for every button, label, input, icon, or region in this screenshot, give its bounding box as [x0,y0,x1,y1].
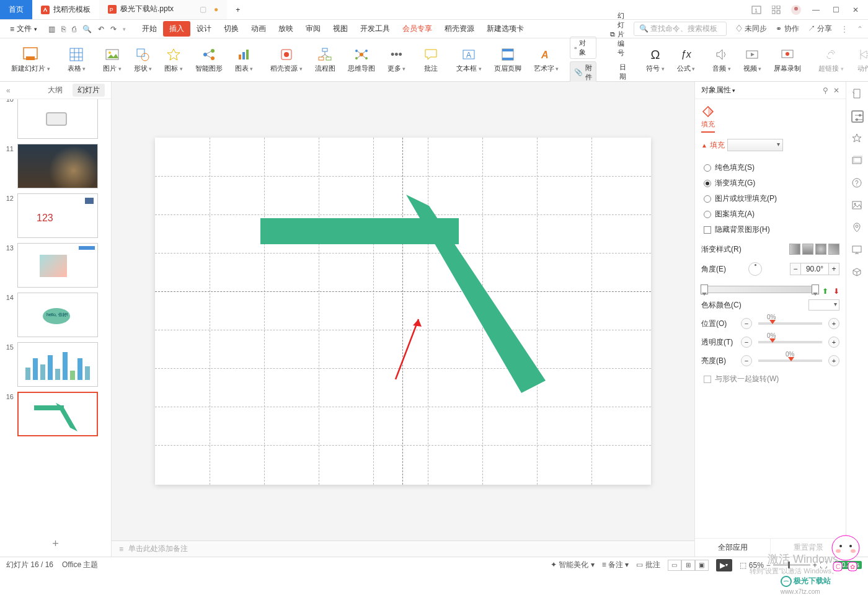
grad-linear-v[interactable] [802,244,813,255]
fill-tab-label[interactable]: 填充 [701,120,715,133]
tab-menu-icon[interactable]: ▢ [200,5,206,14]
tab-template[interactable]: 找稻壳模板 [32,0,99,19]
menu-tab-insert[interactable]: 插入 [163,21,190,37]
rib-comment[interactable]: 批注 [417,41,445,79]
grad-radial[interactable] [815,244,826,255]
rail-slide-icon[interactable] [851,155,864,167]
rib-shape[interactable]: 形状 [128,41,159,79]
remove-stop-icon[interactable]: ⬇ [833,287,839,296]
notes-toggle[interactable]: ≡ 备注 ▾ [602,560,629,570]
apps-icon[interactable] [770,4,782,16]
rib-hyperlink[interactable]: 超链接 [812,41,850,79]
brightness-increase[interactable]: + [828,355,839,366]
menu-tab-devtools[interactable]: 开发工具 [354,21,396,37]
redo-icon[interactable]: ↷ [110,25,117,33]
menu-tab-member[interactable]: 会员专享 [396,21,438,37]
collapse-ribbon-icon[interactable]: ⌃ [857,25,863,33]
minimize-button[interactable]: — [810,4,822,16]
grad-stop-2[interactable] [812,284,819,294]
grad-stop-1[interactable] [701,284,708,294]
menu-tab-custom[interactable]: 新建选项卡 [480,21,530,37]
rib-attach[interactable]: 📎 附件 [570,61,596,84]
thumb-13[interactable]: 13 [4,243,111,288]
grad-linear-h[interactable] [789,244,800,255]
rib-headerfooter[interactable]: 页眉页脚 [488,41,528,79]
rib-chart[interactable]: 图表 [229,41,260,79]
rib-newslide[interactable]: 新建幻灯片 [5,41,56,79]
thumbnail-list[interactable]: 10 11 12123 13 14hello, 你好! 15 16 [0,99,111,531]
rib-action[interactable]: 动作 [850,41,868,79]
view-reading[interactable]: ▣ [695,560,709,571]
more-icon[interactable]: ⋮ [841,25,848,33]
rib-audio[interactable]: 音频 [706,41,737,79]
angle-decrease[interactable]: − [790,263,801,275]
mascot-icon[interactable]: C ✿ [827,526,864,576]
rib-wordart[interactable]: A艺术字 [528,41,565,79]
slide[interactable] [155,138,651,485]
rib-slidenum[interactable]: ⧉ 幻灯片编号 [606,10,630,59]
angle-value[interactable]: 90.0° [801,263,828,275]
tab-document[interactable]: P 极光下载站.pptx ▢ ● [99,0,227,19]
menu-tab-review[interactable]: 审阅 [299,21,327,37]
fit-icon[interactable]: ⬚ [740,561,746,570]
menu-tab-view[interactable]: 视图 [327,21,354,37]
fill-preset-select[interactable] [727,139,783,151]
thumb-15[interactable]: 15 [4,342,111,387]
thumb-16[interactable]: 16 [4,392,111,436]
menu-tab-design[interactable]: 设计 [190,21,218,37]
rail-image-icon[interactable] [851,200,864,212]
rib-mindmap[interactable]: 思维导图 [342,41,381,79]
print-icon[interactable]: ⎙ [72,25,76,33]
beautify-button[interactable]: ✦ 智能美化 ▾ [551,560,595,570]
position-increase[interactable]: + [828,318,839,329]
rib-screenrec[interactable]: 屏幕录制 [768,41,807,79]
view-sorter[interactable]: ⊞ [681,560,695,571]
rib-image[interactable]: 图片 [97,41,128,79]
radio-pattern[interactable]: 图案填充(A) [701,209,839,219]
save-as-icon[interactable]: ⎘ [61,25,66,33]
rail-properties-icon[interactable] [851,110,864,123]
rail-help-icon[interactable]: ? [851,177,864,190]
avatar-icon[interactable] [790,4,802,16]
thumb-14[interactable]: 14hello, 你好! [4,293,111,337]
rib-flow[interactable]: 流程图 [309,41,342,79]
layout-icon[interactable]: 1 [750,4,763,16]
pin-icon[interactable]: ⚲ [823,86,828,95]
transparency-slider[interactable]: 0% [758,341,822,343]
checkbox-rotate[interactable]: 与形状一起旋转(W) [701,374,839,384]
transparency-increase[interactable]: + [828,337,839,348]
menu-tab-start[interactable]: 开始 [136,21,163,37]
view-normal[interactable]: ▭ [668,560,681,571]
rib-icon[interactable]: 图标 [158,41,189,79]
rib-object[interactable]: ▫ 对象 [570,37,596,59]
menu-tab-animation[interactable]: 动画 [245,21,272,37]
rib-video[interactable]: 视频 [737,41,768,79]
radio-picture[interactable]: 图片或纹理填充(P) [701,193,839,204]
position-slider[interactable]: 0% [758,322,822,325]
thumb-12[interactable]: 12123 [4,193,111,238]
undo-icon[interactable]: ↶ [98,25,104,33]
menu-tab-transition[interactable]: 切换 [218,21,245,37]
file-menu[interactable]: ≡ 文件 ▾ [5,24,42,34]
slideshow-button[interactable]: ▶ ▾ [716,559,732,571]
add-slide-button[interactable]: + [0,531,111,557]
collapse-panel-icon[interactable]: « [6,86,11,95]
rib-table[interactable]: 表格 [61,41,92,79]
stopcolor-swatch[interactable] [808,299,839,311]
angle-dial[interactable] [748,262,762,276]
close-button[interactable]: ✕ [849,4,862,16]
maximize-button[interactable]: ☐ [830,4,842,16]
fill-tab-icon[interactable] [701,105,715,120]
brightness-decrease[interactable]: − [741,355,752,366]
rail-template-icon[interactable] [851,88,864,100]
rib-smartart[interactable]: 智能图形 [189,41,229,79]
preview-icon[interactable]: 🔍 [82,25,92,33]
sync-status[interactable]: ♢ 未同步 [735,24,767,34]
gradient-bar[interactable] [701,286,818,293]
angle-increase[interactable]: + [828,263,839,275]
menu-tab-slideshow[interactable]: 放映 [272,21,299,37]
radio-gradient[interactable]: 渐变填充(G) [701,178,839,188]
rib-docer[interactable]: 稻壳资源 [264,41,309,79]
thumb-10[interactable]: 10 [4,99,111,139]
new-tab-button[interactable]: + [227,0,249,19]
